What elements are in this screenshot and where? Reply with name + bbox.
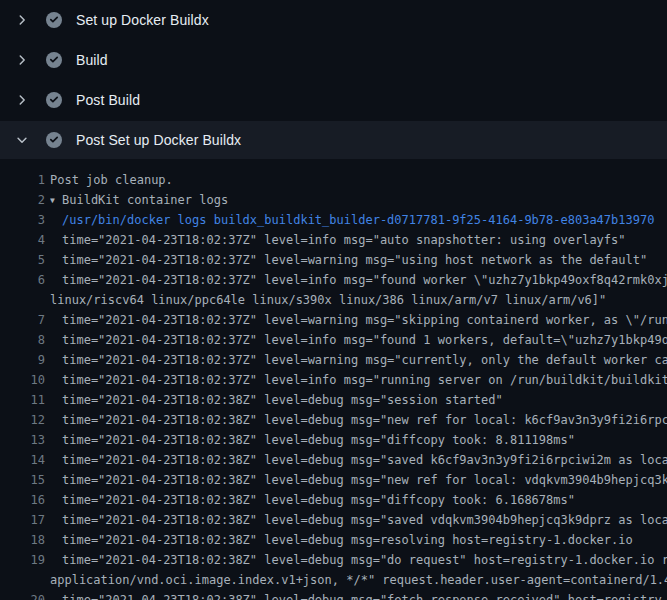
- chevron-right-icon: [15, 93, 29, 107]
- log-line-text: time="2021-04-23T18:02:38Z" level=debug …: [62, 430, 667, 450]
- group-toggle-triangle-icon[interactable]: ▼: [50, 191, 62, 210]
- log-line-text: time="2021-04-23T18:02:37Z" level=info m…: [62, 230, 667, 250]
- log-line-content: /usr/bin/docker logs buildx_buildkit_bui…: [62, 213, 654, 227]
- log-line-content: time="2021-04-23T18:02:37Z" level=warnin…: [62, 353, 667, 367]
- log-line-number[interactable]: 12: [0, 410, 45, 430]
- log-line: 13 time="2021-04-23T18:02:38Z" level=deb…: [0, 430, 667, 450]
- log-line-number[interactable]: 5: [0, 250, 45, 270]
- step-section-header[interactable]: Post Build: [0, 80, 667, 120]
- step-section-header[interactable]: Build: [0, 40, 667, 80]
- log-line: 11 time="2021-04-23T18:02:38Z" level=deb…: [0, 390, 667, 410]
- log-line-text: application/vnd.oci.image.index.v1+json,…: [50, 570, 667, 590]
- log-line-content: time="2021-04-23T18:02:38Z" level=debug …: [62, 553, 667, 567]
- log-line-content: linux/riscv64 linux/ppc64le linux/s390x …: [50, 293, 606, 307]
- check-circle-icon: [46, 12, 62, 28]
- log-line-content: Post job cleanup.: [50, 173, 173, 187]
- log-line-text: time="2021-04-23T18:02:37Z" level=info m…: [62, 270, 667, 290]
- log-line: 14 time="2021-04-23T18:02:38Z" level=deb…: [0, 450, 667, 470]
- check-circle-icon: [46, 52, 62, 68]
- log-line-number[interactable]: 1: [0, 170, 45, 190]
- log-line-text: time="2021-04-23T18:02:38Z" level=debug …: [62, 390, 667, 410]
- log-line-text: time="2021-04-23T18:02:38Z" level=debug …: [62, 510, 667, 530]
- log-line-content: time="2021-04-23T18:02:38Z" level=debug …: [62, 453, 667, 467]
- log-line-content: application/vnd.oci.image.index.v1+json,…: [50, 573, 667, 587]
- log-line-content: time="2021-04-23T18:02:38Z" level=debug …: [62, 533, 633, 547]
- log-line-content: time="2021-04-23T18:02:37Z" level=warnin…: [62, 313, 667, 327]
- log-line-number[interactable]: [0, 290, 45, 310]
- log-line-content: time="2021-04-23T18:02:38Z" level=debug …: [62, 493, 575, 507]
- log-line: 20 time="2021-04-23T18:02:38Z" level=deb…: [0, 590, 667, 600]
- log-line-number[interactable]: 15: [0, 470, 45, 490]
- log-line-text: time="2021-04-23T18:02:37Z" level=warnin…: [62, 310, 667, 330]
- log-line: 4 time="2021-04-23T18:02:37Z" level=info…: [0, 230, 667, 250]
- log-line-text: time="2021-04-23T18:02:37Z" level=warnin…: [62, 350, 667, 370]
- log-line-text: time="2021-04-23T18:02:38Z" level=debug …: [62, 550, 667, 570]
- log-line-number[interactable]: 16: [0, 490, 45, 510]
- log-line-number[interactable]: 13: [0, 430, 45, 450]
- log-line-text: time="2021-04-23T18:02:37Z" level=info m…: [62, 370, 667, 390]
- log-line-content: time="2021-04-23T18:02:38Z" level=debug …: [62, 473, 667, 487]
- step-section-title: Set up Docker Buildx: [76, 12, 209, 28]
- log-line-number[interactable]: 19: [0, 550, 45, 570]
- log-line: 17 time="2021-04-23T18:02:38Z" level=deb…: [0, 510, 667, 530]
- log-line-text: time="2021-04-23T18:02:38Z" level=debug …: [62, 450, 667, 470]
- log-line-content: time="2021-04-23T18:02:37Z" level=info m…: [62, 273, 667, 287]
- log-line: 18 time="2021-04-23T18:02:38Z" level=deb…: [0, 530, 667, 550]
- log-line-content: time="2021-04-23T18:02:37Z" level=info m…: [62, 333, 667, 347]
- log-line: 8 time="2021-04-23T18:02:37Z" level=info…: [0, 330, 667, 350]
- log-line: 5 time="2021-04-23T18:02:37Z" level=warn…: [0, 250, 667, 270]
- step-section-header[interactable]: Post Set up Docker Buildx: [0, 121, 667, 159]
- log-line: 1 Post job cleanup.: [0, 170, 667, 190]
- log-line: linux/riscv64 linux/ppc64le linux/s390x …: [0, 290, 667, 310]
- log-line-number[interactable]: 10: [0, 370, 45, 390]
- log-line-number[interactable]: 2: [0, 190, 45, 210]
- log-line-content: time="2021-04-23T18:02:37Z" level=warnin…: [62, 253, 647, 267]
- log-line-text: time="2021-04-23T18:02:38Z" level=debug …: [62, 530, 667, 550]
- log-line-content: time="2021-04-23T18:02:38Z" level=debug …: [62, 413, 667, 427]
- log-line-text: linux/riscv64 linux/ppc64le linux/s390x …: [50, 290, 667, 310]
- log-line: 2 ▼BuildKit container logs: [0, 190, 667, 210]
- log-line-number[interactable]: 6: [0, 270, 45, 290]
- log-line: 10 time="2021-04-23T18:02:37Z" level=inf…: [0, 370, 667, 390]
- log-line-number[interactable]: [0, 570, 45, 590]
- step-log-output: 1 Post job cleanup. 2 ▼BuildKit containe…: [0, 159, 667, 600]
- log-line-number[interactable]: 8: [0, 330, 45, 350]
- step-section-title: Post Set up Docker Buildx: [76, 132, 241, 148]
- log-line-number[interactable]: 7: [0, 310, 45, 330]
- log-line-number[interactable]: 17: [0, 510, 45, 530]
- log-line-number[interactable]: 18: [0, 530, 45, 550]
- log-line: 15 time="2021-04-23T18:02:38Z" level=deb…: [0, 470, 667, 490]
- log-line: 19 time="2021-04-23T18:02:38Z" level=deb…: [0, 550, 667, 570]
- log-line-number[interactable]: 4: [0, 230, 45, 250]
- log-line-number[interactable]: 3: [0, 210, 45, 230]
- check-circle-icon: [46, 92, 62, 108]
- log-line-number[interactable]: 20: [0, 590, 45, 600]
- log-line-number[interactable]: 9: [0, 350, 45, 370]
- chevron-down-icon: [15, 133, 29, 147]
- log-line-content: time="2021-04-23T18:02:37Z" level=info m…: [62, 373, 667, 387]
- chevron-right-icon: [15, 53, 29, 67]
- log-line-text: time="2021-04-23T18:02:37Z" level=warnin…: [62, 250, 667, 270]
- log-line-text: ▼BuildKit container logs: [50, 190, 667, 210]
- check-circle-icon: [46, 132, 62, 148]
- log-line-number[interactable]: 11: [0, 390, 45, 410]
- log-line: 12 time="2021-04-23T18:02:38Z" level=deb…: [0, 410, 667, 430]
- step-section-title: Post Build: [76, 92, 140, 108]
- log-line-number[interactable]: 14: [0, 450, 45, 470]
- log-line: application/vnd.oci.image.index.v1+json,…: [0, 570, 667, 590]
- chevron-right-icon: [15, 13, 29, 27]
- log-line-content: time="2021-04-23T18:02:37Z" level=info m…: [62, 233, 626, 247]
- log-line-text: /usr/bin/docker logs buildx_buildkit_bui…: [62, 210, 667, 230]
- log-line: 3 /usr/bin/docker logs buildx_buildkit_b…: [0, 210, 667, 230]
- log-line: 9 time="2021-04-23T18:02:37Z" level=warn…: [0, 350, 667, 370]
- log-line-text: time="2021-04-23T18:02:38Z" level=debug …: [62, 410, 667, 430]
- log-line-text: Post job cleanup.: [50, 170, 667, 190]
- log-line-content: BuildKit container logs: [62, 193, 228, 207]
- log-line-content: time="2021-04-23T18:02:38Z" level=debug …: [62, 593, 667, 600]
- log-line: 7 time="2021-04-23T18:02:37Z" level=warn…: [0, 310, 667, 330]
- log-line-content: time="2021-04-23T18:02:38Z" level=debug …: [62, 393, 503, 407]
- log-line: 6 time="2021-04-23T18:02:37Z" level=info…: [0, 270, 667, 290]
- log-line-text: time="2021-04-23T18:02:37Z" level=info m…: [62, 330, 667, 350]
- step-section-header[interactable]: Set up Docker Buildx: [0, 0, 667, 40]
- log-line-content: time="2021-04-23T18:02:38Z" level=debug …: [62, 433, 575, 447]
